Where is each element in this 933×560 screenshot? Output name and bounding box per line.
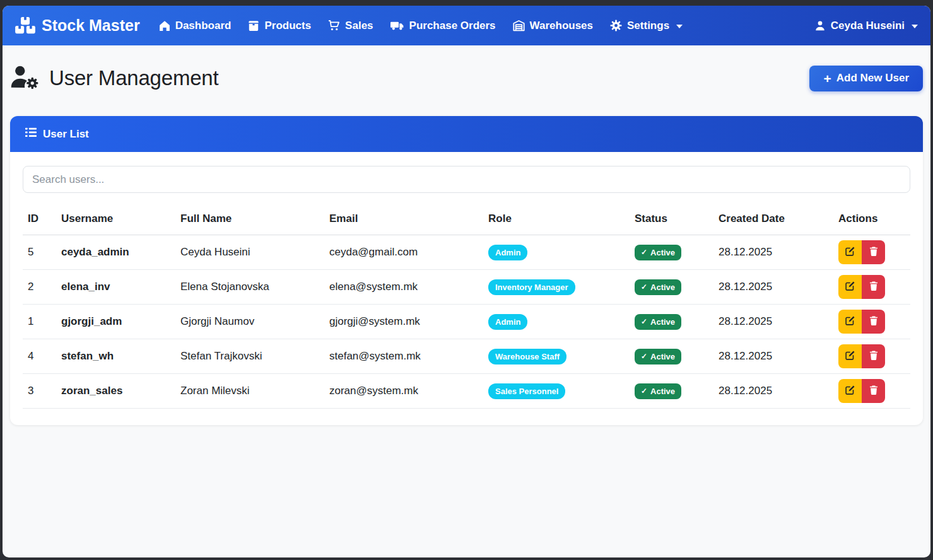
trash-icon <box>869 246 879 259</box>
cell-status: ✓Active <box>630 305 713 339</box>
cell-username: zoran_sales <box>56 374 175 409</box>
cell-full-name: Elena Stojanovska <box>175 270 324 305</box>
action-group <box>838 344 885 368</box>
cell-created-date: 28.12.2025 <box>713 339 833 374</box>
col-status: Status <box>630 203 713 235</box>
search-input[interactable] <box>23 166 910 193</box>
cell-actions <box>833 374 910 409</box>
user-menu[interactable]: Ceyda Huseini <box>814 20 918 32</box>
action-group <box>838 240 885 264</box>
cell-actions <box>833 235 910 270</box>
role-badge: Admin <box>488 314 527 330</box>
nav-items: DashboardProductsSalesPurchase OrdersWar… <box>159 20 683 32</box>
cell-id: 2 <box>23 270 56 305</box>
action-group <box>838 275 885 299</box>
cell-status: ✓Active <box>630 374 713 409</box>
table-header-row: ID Username Full Name Email Role Status … <box>23 203 910 235</box>
col-username: Username <box>56 203 175 235</box>
table-row: 5ceyda_adminCeyda Huseiniceyda@gmail.com… <box>23 235 910 270</box>
cell-id: 1 <box>23 305 56 339</box>
brand-label: Stock Master <box>42 16 140 35</box>
cell-id: 5 <box>23 235 56 270</box>
nav-item-dashboard[interactable]: Dashboard <box>159 20 232 32</box>
add-new-user-button[interactable]: + Add New User <box>809 66 923 91</box>
col-id: ID <box>23 203 56 235</box>
edit-user-button[interactable] <box>838 240 862 264</box>
nav-item-warehouses[interactable]: Warehouses <box>513 20 593 32</box>
table-row: 3zoran_salesZoran Milevskizoran@system.m… <box>23 374 910 409</box>
card-body: ID Username Full Name Email Role Status … <box>10 152 923 425</box>
cell-status: ✓Active <box>630 339 713 374</box>
check-icon: ✓ <box>641 353 647 360</box>
col-email: Email <box>324 203 483 235</box>
table-row: 1gjorgji_admGjorgji Naumovgjorgji@system… <box>23 305 910 339</box>
cell-role: Warehouse Staff <box>483 339 630 374</box>
delete-user-button[interactable] <box>862 310 885 334</box>
truck-icon <box>390 20 404 31</box>
plus-icon: + <box>823 72 831 85</box>
trash-icon <box>869 385 879 397</box>
page-header: User Management + Add New User <box>10 64 923 92</box>
trash-icon <box>869 281 879 293</box>
pencil-square-icon <box>845 350 855 363</box>
cell-id: 3 <box>23 374 56 409</box>
user-list-card: User List ID Username Full Name Email <box>10 116 923 425</box>
users-table: ID Username Full Name Email Role Status … <box>23 203 910 409</box>
cell-created-date: 28.12.2025 <box>713 305 833 339</box>
status-badge: ✓Active <box>635 279 681 295</box>
cell-username: gjorgji_adm <box>56 305 175 339</box>
cell-email: elena@system.mk <box>324 270 483 305</box>
cell-username: ceyda_admin <box>56 235 175 270</box>
check-icon: ✓ <box>641 318 647 325</box>
check-icon: ✓ <box>641 387 647 395</box>
cell-role: Sales Personnel <box>483 374 630 409</box>
edit-user-button[interactable] <box>838 310 862 334</box>
cell-actions <box>833 270 910 305</box>
cell-username: elena_inv <box>56 270 175 305</box>
delete-user-button[interactable] <box>862 240 885 264</box>
table-row: 4stefan_whStefan Trajkovskistefan@system… <box>23 339 910 374</box>
pencil-square-icon <box>845 315 855 328</box>
cell-email: zoran@system.mk <box>324 374 483 409</box>
cell-email: ceyda@gmail.com <box>324 235 483 270</box>
garage-icon <box>513 20 525 32</box>
status-badge: ✓Active <box>635 349 681 365</box>
cell-email: stefan@system.mk <box>324 339 483 374</box>
cell-actions <box>833 305 910 339</box>
nav-item-label: Dashboard <box>175 20 232 32</box>
chevron-down-icon <box>676 25 683 28</box>
page-title-wrap: User Management <box>10 64 218 92</box>
brand[interactable]: Stock Master <box>15 16 140 35</box>
app-window: Stock Master DashboardProductsSalesPurch… <box>3 6 930 557</box>
trash-icon <box>869 350 879 363</box>
nav-item-purchase-orders[interactable]: Purchase Orders <box>390 20 496 32</box>
nav-item-label: Purchase Orders <box>409 20 496 32</box>
cell-status: ✓Active <box>630 235 713 270</box>
edit-user-button[interactable] <box>838 379 862 403</box>
user-name: Ceyda Huseini <box>831 20 905 32</box>
delete-user-button[interactable] <box>862 344 885 368</box>
nav-item-sales[interactable]: Sales <box>328 20 373 32</box>
cell-id: 4 <box>23 339 56 374</box>
edit-user-button[interactable] <box>838 275 862 299</box>
cell-created-date: 28.12.2025 <box>713 270 833 305</box>
add-new-user-label: Add New User <box>836 72 909 85</box>
delete-user-button[interactable] <box>862 379 885 403</box>
cell-actions <box>833 339 910 374</box>
check-icon: ✓ <box>641 248 647 256</box>
cell-role: Admin <box>483 305 630 339</box>
navbar: Stock Master DashboardProductsSalesPurch… <box>3 6 930 45</box>
page-container: User Management + Add New User <box>3 64 930 425</box>
edit-user-button[interactable] <box>838 344 862 368</box>
col-full-name: Full Name <box>175 203 324 235</box>
card-header: User List <box>10 116 923 152</box>
nav-item-settings[interactable]: Settings <box>610 20 683 32</box>
nav-item-label: Warehouses <box>530 20 593 32</box>
page-title: User Management <box>49 66 218 90</box>
card-title: User List <box>43 128 89 141</box>
nav-item-products[interactable]: Products <box>248 20 311 32</box>
chevron-down-icon <box>912 25 918 28</box>
cell-full-name: Ceyda Huseini <box>175 235 324 270</box>
delete-user-button[interactable] <box>862 275 885 299</box>
cell-created-date: 28.12.2025 <box>713 235 833 270</box>
